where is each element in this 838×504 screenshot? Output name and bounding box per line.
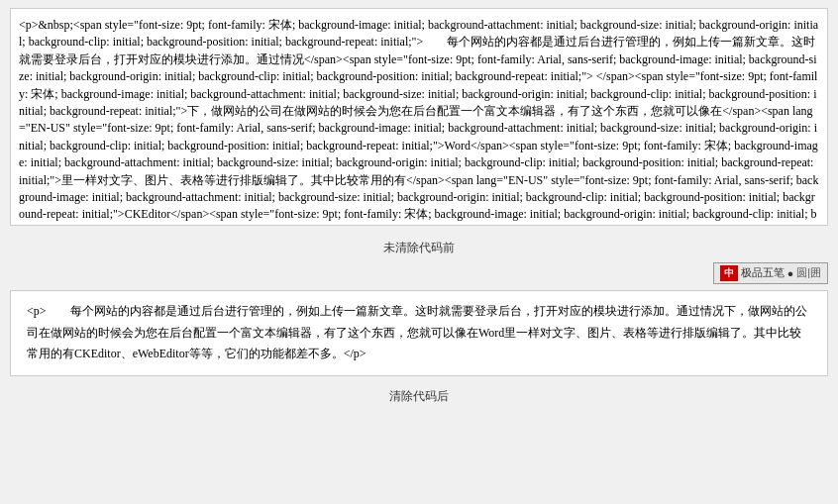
ime-extra: 圆|囲 — [796, 266, 821, 280]
main-container: <p>&nbsp;<span style="font-size: 9pt; fo… — [0, 8, 838, 409]
raw-code-content: <p>&nbsp;<span style="font-size: 9pt; fo… — [19, 17, 819, 226]
after-label-text: 清除代码后 — [389, 389, 449, 403]
after-code-box: <p> 每个网站的内容都是通过后台进行管理的，例如上传一篇新文章。这时就需要登录… — [10, 290, 828, 376]
ime-dot: ● — [787, 267, 793, 279]
clean-content-text: <p> 每个网站的内容都是通过后台进行管理的，例如上传一篇新文章。这时就需要登录… — [27, 301, 811, 365]
after-label: 清除代码后 — [0, 382, 838, 409]
before-code-box: <p>&nbsp;<span style="font-size: 9pt; fo… — [10, 8, 828, 226]
ime-name: 极品五笔 — [741, 266, 785, 280]
ime-box[interactable]: 中 极品五笔 ● 圆|囲 — [713, 262, 828, 284]
before-label-text: 未清除代码前 — [383, 241, 455, 254]
ime-toolbar[interactable]: 中 极品五笔 ● 圆|囲 — [0, 260, 838, 286]
ime-chinese-icon: 中 — [720, 265, 738, 281]
before-label: 未清除代码前 — [0, 234, 838, 260]
